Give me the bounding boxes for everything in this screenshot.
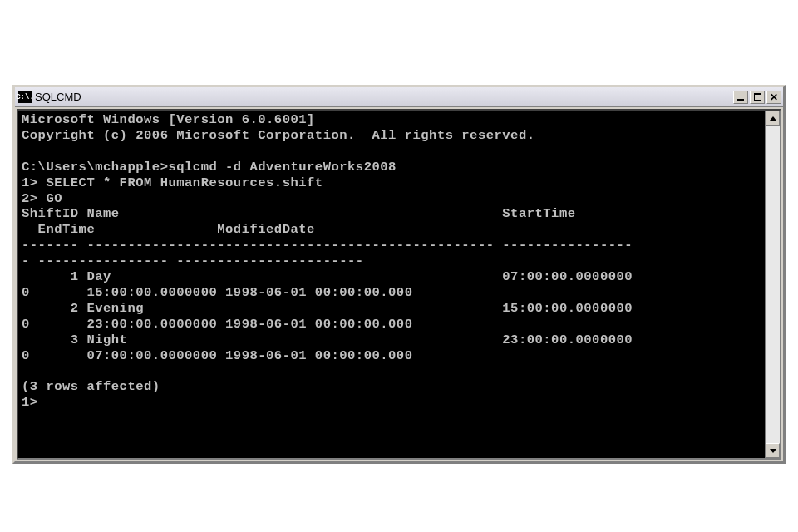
terminal-output[interactable]: Microsoft Windows [Version 6.0.6001] Cop… <box>18 111 765 458</box>
output-line: 0 07:00:00.0000000 1998-06-01 00:00:00.0… <box>22 348 412 363</box>
output-line: 1> SELECT * FROM HumanResources.shift <box>22 175 323 190</box>
window-controls: ✕ <box>733 91 781 104</box>
output-line: 3 Night 23:00:00.0000000 <box>22 332 633 347</box>
scroll-track[interactable] <box>766 126 780 443</box>
scroll-up-button[interactable] <box>766 111 780 126</box>
output-line: C:\Users\mchapple>sqlcmd -d AdventureWor… <box>22 160 397 175</box>
output-line: 2 Evening 15:00:00.0000000 <box>22 301 633 316</box>
output-line: 1 Day 07:00:00.0000000 <box>22 269 633 284</box>
close-button[interactable]: ✕ <box>766 91 781 104</box>
output-line: ------- --------------------------------… <box>22 238 633 253</box>
output-line: 1> <box>22 395 38 410</box>
output-line: 0 23:00:00.0000000 1998-06-01 00:00:00.0… <box>22 317 412 332</box>
output-line: Copyright (c) 2006 Microsoft Corporation… <box>22 128 535 143</box>
output-line: 2> GO <box>22 191 62 206</box>
minimize-button[interactable] <box>733 91 748 104</box>
console-window: C:\. SQLCMD ✕ Microsoft Windows [Version… <box>12 85 786 464</box>
output-line: Microsoft Windows [Version 6.0.6001] <box>22 112 315 127</box>
close-icon: ✕ <box>770 91 778 103</box>
terminal-wrapper: Microsoft Windows [Version 6.0.6001] Cop… <box>17 109 781 460</box>
scroll-down-button[interactable] <box>766 443 780 458</box>
window-icon: C:\. <box>18 91 32 103</box>
output-line: (3 rows affected) <box>22 379 160 394</box>
vertical-scrollbar[interactable] <box>765 111 780 458</box>
maximize-icon <box>754 93 761 101</box>
output-line: ShiftID Name StartTime <box>22 206 576 221</box>
arrow-up-icon <box>770 116 776 121</box>
arrow-down-icon <box>770 449 776 453</box>
output-line: - ---------------- ---------------------… <box>22 254 364 268</box>
minimize-icon <box>737 99 744 101</box>
window-title: SQLCMD <box>35 91 733 103</box>
output-line: 0 15:00:00.0000000 1998-06-01 00:00:00.0… <box>22 285 412 300</box>
titlebar[interactable]: C:\. SQLCMD ✕ <box>15 87 783 107</box>
output-line: EndTime ModifiedDate <box>22 222 315 237</box>
maximize-button[interactable] <box>750 91 765 104</box>
